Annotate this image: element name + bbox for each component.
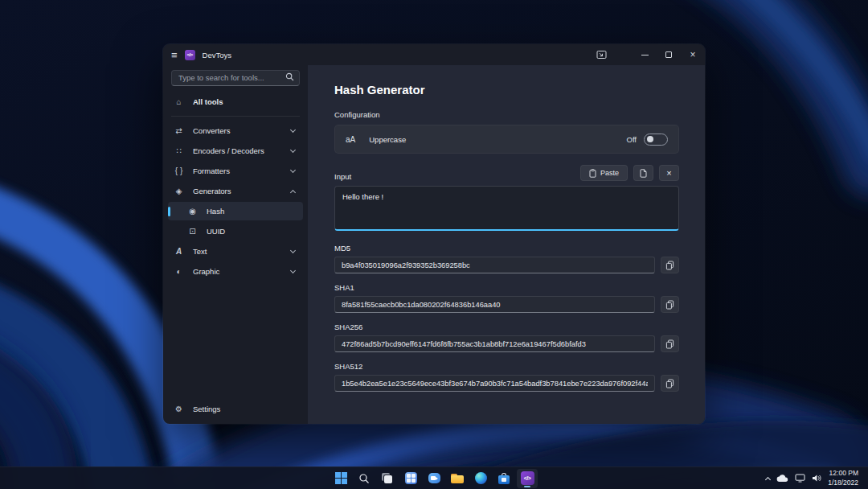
start-button[interactable] (330, 469, 351, 488)
taskbar-search-button[interactable] (354, 469, 375, 488)
md5-output-field[interactable] (334, 257, 655, 273)
widgets-button[interactable] (400, 469, 421, 488)
sidebar-item-label: All tools (193, 97, 297, 106)
edge-button[interactable] (470, 469, 491, 488)
titlebar: ≡ </> DevToys × (163, 44, 705, 65)
sha512-label: SHA512 (334, 362, 679, 371)
sidebar-item-hash[interactable]: ◉ Hash (168, 202, 303, 220)
speaker-icon (812, 474, 821, 483)
paste-label: Paste (600, 169, 619, 177)
volume-tray-button[interactable] (812, 474, 821, 483)
sidebar-item-generators[interactable]: ◈ Generators (168, 182, 303, 200)
sidebar-item-all-tools[interactable]: ⌂ All tools (168, 92, 303, 111)
minimize-icon (641, 55, 649, 55)
sidebar-item-label: Text (193, 247, 282, 256)
generators-icon: ◈ (174, 187, 184, 195)
md5-copy-button[interactable] (661, 257, 679, 273)
taskbar-clock[interactable]: 12:00 PM 1/18/2022 (828, 469, 858, 487)
store-icon (498, 473, 510, 484)
sha1-label: SHA1 (334, 283, 679, 292)
sidebar-item-encoders-decoders[interactable]: ∷ Encoders / Decoders (168, 142, 303, 160)
taskbar: </> 12:00 PM (0, 466, 868, 489)
devtoys-window: ≡ </> DevToys × (163, 44, 705, 424)
paste-icon (589, 169, 596, 178)
hash-icon: ◉ (187, 207, 198, 216)
store-button[interactable] (493, 469, 514, 488)
widgets-icon (405, 472, 417, 484)
uppercase-toggle[interactable] (644, 134, 668, 146)
file-icon (640, 169, 647, 178)
maximize-icon (665, 51, 672, 58)
hash-input-textarea[interactable]: Hello there ! (334, 186, 679, 231)
chevron-down-icon (290, 167, 296, 173)
sha256-output-field[interactable] (334, 335, 655, 352)
toggle-state-label: Off (627, 135, 637, 144)
paste-button[interactable]: Paste (580, 165, 628, 181)
desktop: ≡ </> DevToys × (0, 0, 868, 489)
hamburger-menu-icon[interactable]: ≡ (171, 50, 178, 60)
converters-icon: ⇄ (174, 126, 184, 135)
sidebar-item-uuid[interactable]: ⊡ UUID (168, 222, 303, 240)
sha256-label: SHA256 (334, 323, 679, 331)
window-title: DevToys (203, 51, 231, 60)
edge-icon (475, 472, 487, 484)
md5-label: MD5 (334, 244, 679, 253)
sidebar-item-label: Graphic (193, 267, 282, 276)
page-title: Hash Generator (334, 83, 679, 97)
tray-overflow-button[interactable] (766, 475, 770, 482)
devtoys-taskbar-button[interactable]: </> (517, 469, 538, 488)
sidebar-item-graphic[interactable]: ◐ Graphic (168, 262, 303, 281)
network-tray-button[interactable] (795, 474, 805, 483)
sha512-row (334, 375, 679, 392)
clear-input-button[interactable]: × (659, 165, 679, 181)
copy-icon (665, 300, 674, 310)
search-icon (285, 72, 294, 81)
maximize-button[interactable] (657, 44, 681, 65)
encoders-decoders-icon: ∷ (174, 146, 184, 155)
sha512-copy-button[interactable] (661, 375, 679, 392)
sha512-output-field[interactable] (334, 375, 655, 392)
minimize-button[interactable] (633, 44, 657, 65)
sidebar-item-settings[interactable]: ⚙ Settings (168, 400, 303, 418)
copy-icon (665, 379, 674, 388)
toggle-knob (647, 136, 653, 142)
sha256-row (334, 335, 679, 352)
devtoys-icon: </> (521, 471, 534, 485)
sidebar-item-text[interactable]: A Text (168, 242, 303, 261)
tray-time: 12:00 PM (828, 469, 858, 478)
gear-icon: ⚙ (174, 405, 184, 413)
uppercase-icon: aA (346, 135, 355, 144)
chat-icon (428, 473, 440, 483)
chevron-up-icon (290, 189, 296, 195)
sha1-output-field[interactable] (334, 296, 655, 313)
close-icon: × (690, 50, 695, 60)
sha1-copy-button[interactable] (661, 296, 679, 313)
graphic-icon: ◐ (174, 267, 184, 276)
file-explorer-button[interactable] (447, 469, 468, 488)
search-input[interactable] (171, 70, 300, 86)
sidebar-item-formatters[interactable]: { } Formatters (168, 162, 303, 180)
devtoys-logo-icon: </> (185, 50, 195, 60)
task-view-button[interactable] (377, 469, 398, 488)
sha256-copy-button[interactable] (661, 335, 679, 352)
open-file-button[interactable] (633, 165, 653, 181)
chevron-down-icon (290, 268, 296, 273)
chevron-down-icon (290, 127, 296, 133)
compact-overlay-button[interactable] (589, 44, 613, 65)
close-button[interactable]: × (681, 44, 705, 65)
chevron-up-icon (765, 476, 771, 482)
sidebar-item-converters[interactable]: ⇄ Converters (168, 121, 303, 140)
onedrive-tray-button[interactable] (776, 475, 788, 483)
sidebar-spacer (163, 281, 308, 399)
cloud-icon (776, 475, 788, 483)
text-icon: A (174, 247, 184, 256)
chat-button[interactable] (424, 469, 444, 488)
copy-icon (665, 339, 674, 349)
sidebar-item-label: UUID (207, 227, 297, 236)
network-icon (795, 474, 805, 483)
chevron-down-icon (290, 248, 296, 253)
tray-date: 1/18/2022 (828, 479, 858, 487)
search-icon (358, 473, 370, 484)
md5-row (334, 257, 679, 273)
system-tray: 12:00 PM 1/18/2022 (766, 467, 868, 489)
